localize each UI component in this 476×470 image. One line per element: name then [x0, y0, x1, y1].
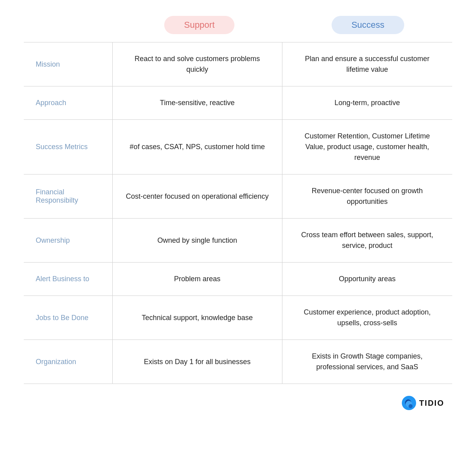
support-cell-7: Exists on Day 1 for all businesses [112, 340, 282, 384]
table-row: ApproachTime-sensitive, reactiveLong-ter… [24, 86, 452, 120]
success-header-cell: Success [284, 16, 452, 34]
table-row: Alert Business toProblem areasOpportunit… [24, 263, 452, 296]
support-header-cell: Support [115, 16, 284, 34]
support-cell-0: React to and solve customers problems qu… [112, 42, 282, 86]
success-cell-1: Long-term, proactive [282, 86, 452, 120]
support-badge: Support [164, 16, 234, 34]
tidio-logo: TIDIO [402, 396, 444, 410]
footer: TIDIO [24, 396, 452, 410]
support-cell-5: Problem areas [112, 263, 282, 296]
table-row: Financial ResponsibiltyCost-center focus… [24, 175, 452, 219]
row-label-4: Ownership [24, 219, 112, 263]
support-cell-2: #of cases, CSAT, NPS, customer hold time [112, 120, 282, 175]
success-cell-7: Exists in Growth Stage companies, profes… [282, 340, 452, 384]
row-label-7: Organization [24, 340, 112, 384]
row-label-2: Success Metrics [24, 120, 112, 175]
table-row: Success Metrics#of cases, CSAT, NPS, cus… [24, 120, 452, 175]
comparison-table: MissionReact to and solve customers prob… [24, 42, 452, 384]
support-cell-4: Owned by single function [112, 219, 282, 263]
success-cell-2: Customer Retention, Customer Lifetime Va… [282, 120, 452, 175]
table-row: MissionReact to and solve customers prob… [24, 42, 452, 86]
table-row: OrganizationExists on Day 1 for all busi… [24, 340, 452, 384]
tidio-icon [402, 396, 416, 410]
row-label-1: Approach [24, 86, 112, 120]
support-cell-1: Time-sensitive, reactive [112, 86, 282, 120]
success-cell-6: Customer experience, product adoption, u… [282, 296, 452, 340]
success-cell-4: Cross team effort between sales, support… [282, 219, 452, 263]
row-label-6: Jobs to Be Done [24, 296, 112, 340]
row-label-3: Financial Responsibilty [24, 175, 112, 219]
svg-point-2 [409, 404, 413, 408]
header-row: Support Success [24, 16, 452, 34]
table-row: Jobs to Be DoneTechnical support, knowle… [24, 296, 452, 340]
support-cell-6: Technical support, knowledge base [112, 296, 282, 340]
brand-name: TIDIO [419, 399, 444, 408]
table-row: OwnershipOwned by single functionCross t… [24, 219, 452, 263]
success-cell-3: Revenue-center focused on growth opportu… [282, 175, 452, 219]
row-label-0: Mission [24, 42, 112, 86]
success-cell-5: Opportunity areas [282, 263, 452, 296]
success-badge: Success [332, 16, 404, 34]
row-label-5: Alert Business to [24, 263, 112, 296]
support-cell-3: Cost-center focused on operational effic… [112, 175, 282, 219]
success-cell-0: Plan and ensure a successful customer li… [282, 42, 452, 86]
